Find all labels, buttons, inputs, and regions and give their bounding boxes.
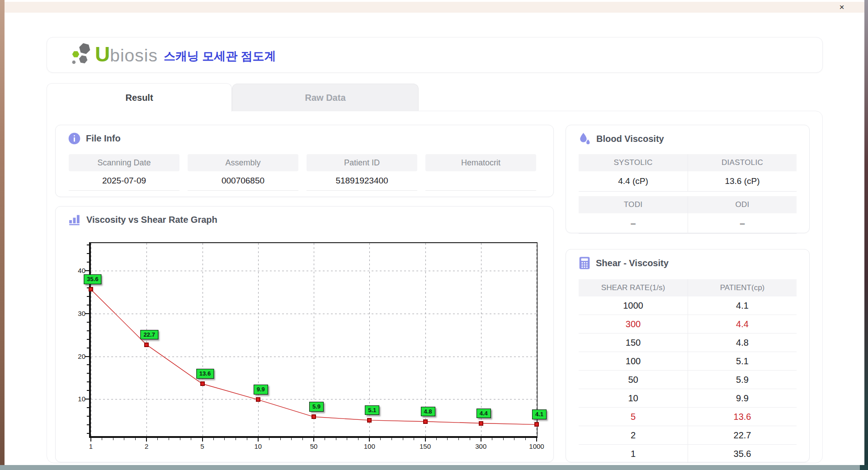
file-info-field: Scanning Date2025-07-09 [69,154,179,191]
bar-chart-icon [68,214,81,226]
field-value: 000706850 [188,171,298,191]
table-row: 513.6 [579,408,797,426]
x-minor-tick-mark [492,438,492,440]
close-icon[interactable]: × [836,2,847,12]
field-label: Patient ID [307,154,417,171]
data-point-marker [479,421,483,426]
metric-label: SYSTOLIC [579,154,688,171]
y-tick-mark [85,356,89,357]
table-row: 10004.1 [579,296,797,315]
y-tick-label: 40 [67,267,85,274]
cell-shear-rate: 10 [579,389,688,407]
cell-patient-viscosity: 9.9 [688,389,797,407]
desktop: { "window": { "close_label": "×" }, "hea… [0,0,868,470]
cell-shear-rate: 1 [579,445,688,463]
file-info-panel: File Info Scanning Date2025-07-09Assembl… [55,125,554,197]
y-tick-mark [87,416,89,417]
cell-shear-rate: 150 [579,334,688,352]
field-label: Scanning Date [69,154,179,171]
x-tick-label: 1000 [529,442,544,450]
x-tick-mark [481,438,481,442]
y-tick-mark [87,373,89,374]
metric-label: TODI [579,196,688,213]
data-point-label: 35.6 [84,274,101,284]
x-minor-tick-mark [380,438,381,440]
x-tick-label: 300 [475,442,486,450]
data-point-label: 9.9 [254,385,268,395]
tab-raw-data[interactable]: Raw Data [232,84,419,111]
data-point-label: 22.7 [141,330,158,340]
data-point-label: 13.6 [196,369,214,379]
data-point-label: 5.1 [365,405,379,415]
y-tick-mark [87,339,89,340]
x-tick-mark [536,438,537,442]
x-tick-mark [146,438,147,442]
data-point-marker [256,397,260,402]
y-tick-mark [87,244,89,245]
file-info-fields: Scanning Date2025-07-09Assembly000706850… [69,154,536,191]
x-minor-tick-mark [336,438,336,440]
x-minor-tick-mark [280,438,281,440]
blood-viscosity-header: Blood Viscosity [579,132,664,146]
blood-viscosity-title: Blood Viscosity [596,134,664,144]
x-minor-tick-mark [236,438,236,440]
x-minor-tick-mark [403,438,403,440]
calculator-icon [579,257,590,269]
x-minor-tick-mark [102,438,102,440]
shear-viscosity-panel: Shear - Viscosity SHEAR RATE(1/s) PATIEN… [566,249,810,462]
x-tick-mark [313,438,314,442]
y-tick-mark [85,313,89,314]
x-minor-tick-mark [525,438,526,440]
data-point-marker [423,419,428,424]
y-tick-mark [87,305,89,306]
logo-letter-u: U [95,44,110,65]
logo-word-biosis: biosis [110,47,158,64]
cell-patient-viscosity: 4.8 [688,334,797,352]
data-point-label: 5.9 [309,402,324,412]
metric-label: ODI [688,196,797,213]
data-point-marker [534,422,539,427]
info-icon [68,132,80,145]
y-tick-mark [87,433,89,434]
desktop-edge-left [0,0,5,470]
x-minor-tick-mark [247,438,247,440]
x-minor-tick-mark [347,438,347,440]
field-value: 51891923400 [307,171,417,191]
col-header-patient: PATIENT(cp) [688,279,797,296]
y-tick-mark [87,407,89,408]
viscosity-chart: 102030401251050100150300100035.622.713.6… [89,242,538,438]
y-tick-mark [87,253,89,254]
field-value [425,171,536,191]
data-point-marker [367,418,372,423]
x-gridline [537,243,537,436]
table-row: 505.9 [579,371,797,389]
x-minor-tick-mark [436,438,437,440]
y-tick-label: 20 [67,352,85,360]
y-tick-mark [87,424,89,425]
field-value: 2025-07-09 [69,171,179,191]
x-tick-label: 150 [420,442,431,450]
tab-result[interactable]: Result [47,83,232,112]
desktop-edge-right [864,0,868,470]
data-point-marker [89,287,93,291]
file-info-title: File Info [86,133,121,144]
metric-group: SYSTOLICDIASTOLIC4.4 (cP)13.6 (cP) [579,154,797,192]
x-tick-label: 1 [89,442,93,450]
x-minor-tick-mark [169,438,169,440]
x-tick-label: 10 [254,442,262,450]
table-row: 3004.4 [579,315,797,334]
x-minor-tick-mark [302,438,303,440]
x-minor-tick-mark [358,438,359,440]
table-body: 10004.13004.41504.81005.1505.9109.9513.6… [579,296,797,463]
y-tick-mark [87,348,89,348]
metric-group: TODIODI–– [579,196,797,234]
file-info-field: Patient ID51891923400 [307,154,417,191]
shear-viscosity-title: Shear - Viscosity [596,258,669,268]
data-point-marker [200,381,205,386]
metric-label: DIASTOLIC [688,154,797,171]
x-minor-tick-mark [447,438,448,440]
x-minor-tick-mark [113,438,113,440]
data-point-label: 4.1 [532,409,547,419]
blood-viscosity-metrics: SYSTOLICDIASTOLIC4.4 (cP)13.6 (cP)TODIOD… [579,154,797,238]
y-tick-mark [87,381,89,382]
